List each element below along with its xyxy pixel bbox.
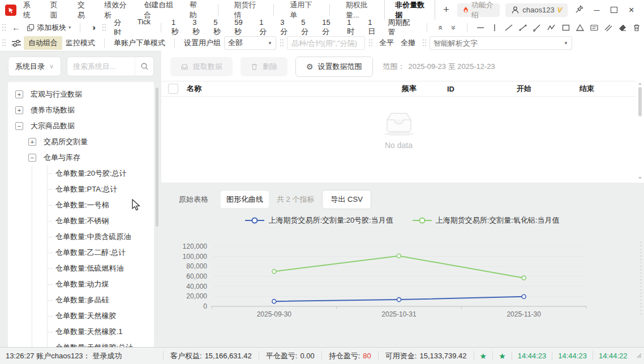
parallel-tool-icon[interactable] [602, 22, 616, 33]
extract-data-button[interactable]: 提取数据 [170, 57, 233, 76]
tree-item[interactable]: +交易所交割量 [8, 134, 154, 150]
period-button[interactable]: 59秒 [230, 18, 254, 37]
legend-label: 上海期货交易所:交割量:20号胶:当月值 [268, 215, 393, 226]
workspace-tab[interactable]: 期权批量... [336, 0, 384, 20]
drag-handle[interactable] [280, 38, 284, 47]
close-all-button[interactable]: 全平 [376, 38, 397, 48]
expand-icon[interactable]: + [28, 138, 36, 146]
tree-item[interactable]: 仓单数量:多晶硅 [8, 292, 154, 308]
tree-item[interactable]: 仓单数量:乙二醇:总计 [8, 245, 154, 261]
tree-item[interactable]: −大宗商品数据 [8, 118, 154, 134]
search-input[interactable] [67, 62, 135, 71]
collapse-icon[interactable]: − [28, 154, 36, 162]
menu-item[interactable]: 交易 [78, 0, 90, 20]
period-button[interactable]: 1日 [363, 18, 383, 37]
sliders-icon[interactable] [9, 37, 24, 49]
monitor-mode-button[interactable]: 监控模式 [62, 38, 98, 48]
set-data-range-button[interactable]: ⚙ 设置数据范围 [295, 57, 373, 77]
symbol-input[interactable] [287, 36, 365, 50]
period-button[interactable]: 5分 [297, 18, 316, 37]
workspace-tab[interactable]: 期货行情 [224, 0, 268, 20]
tree-item[interactable]: 仓单数量:天然橡胶 [8, 308, 154, 324]
tree-item[interactable]: 仓单数量:PTA:总计 [8, 181, 154, 197]
smart-parse-input[interactable] [433, 39, 560, 47]
export-csv-button[interactable]: 导出 CSV [322, 190, 371, 209]
drag-handle[interactable] [2, 38, 6, 47]
legend-item[interactable]: 上海期货交易所:交割量:20号胶:当月值 [245, 215, 393, 226]
period-button[interactable]: 1秒 [167, 18, 187, 37]
drag-handle[interactable] [368, 38, 372, 47]
tree-item-label: 仓单数量:天然橡胶.1 [55, 327, 122, 337]
feature-intro-button[interactable]: 功能介绍 [457, 3, 500, 17]
tab-chart-view[interactable]: 图形化曲线 [221, 191, 269, 208]
triangle-tool-icon[interactable] [573, 22, 587, 33]
expand-icon[interactable]: + [15, 90, 23, 98]
single-account-mode-button[interactable]: 单账户下单模式 [110, 38, 169, 48]
menu-item[interactable]: 页面 [50, 0, 63, 20]
chart-legend: 上海期货交易所:交割量:20号胶:当月值上海期货交易所:交割量:氧化铝:当月值 [161, 210, 644, 226]
drag-handle[interactable] [422, 38, 426, 47]
tree-item[interactable]: 仓单数量:20号胶:总计 [8, 166, 154, 181]
expand-icon[interactable]: + [15, 106, 23, 114]
period-button[interactable]: 15分 [317, 18, 341, 37]
collapse-down-icon[interactable]: » [447, 22, 461, 33]
drag-handle[interactable] [2, 23, 6, 32]
tree-item[interactable]: 仓单数量:低硫燃料油 [8, 261, 154, 276]
period-button[interactable]: 3分 [276, 18, 295, 37]
catalog-dropdown[interactable]: 系统目录 ∨ [8, 57, 61, 76]
account-button[interactable]: chaos123 V [505, 3, 568, 17]
period-button[interactable]: 3秒 [188, 18, 208, 37]
drag-handle[interactable] [102, 23, 106, 32]
tree-item[interactable]: −仓单与库存 [8, 150, 154, 166]
textbox-tool-icon[interactable] [587, 22, 601, 33]
tree-item[interactable]: 仓单数量:天然橡胶.1 [8, 324, 154, 340]
segment-tool-icon[interactable] [516, 22, 530, 33]
delete-button[interactable]: 删除 [241, 57, 287, 76]
tree-item[interactable]: 仓单数量:天然橡胶:总计 [8, 340, 154, 348]
resize-grip[interactable] [636, 352, 642, 360]
sidebar-scrollbar[interactable] [156, 88, 158, 341]
maximize-button[interactable] [608, 6, 620, 15]
period-button[interactable]: 5秒 [209, 18, 229, 37]
hline-tool-icon[interactable] [473, 22, 487, 33]
polyline-tool-icon[interactable] [544, 22, 559, 33]
contrast-icon[interactable]: ◑ [86, 22, 100, 33]
minimize-button[interactable]: ─ [591, 6, 603, 15]
period-button[interactable]: 1分 [255, 18, 274, 37]
back-icon[interactable]: ← [9, 22, 23, 33]
collapse-icon[interactable]: − [15, 122, 23, 130]
period-button[interactable]: 1时 [342, 18, 362, 37]
ray-tool-icon[interactable] [530, 22, 544, 33]
tree-item[interactable]: 仓单数量:中质含硫原油 [8, 229, 154, 245]
tree-item[interactable]: 仓单数量:不锈钢 [8, 213, 154, 229]
tree-item[interactable]: +宏观与行业数据 [8, 86, 154, 102]
vline-tool-icon[interactable] [487, 22, 501, 33]
chart-scrollbar[interactable] [639, 241, 642, 314]
cancel-all-button[interactable]: 全撤 [397, 38, 419, 48]
tab-raw-table[interactable]: 原始表格 [173, 194, 214, 205]
close-button[interactable]: × [625, 5, 637, 16]
legend-item[interactable]: 上海期货交易所:交割量:氧化铝:当月值 [413, 215, 560, 226]
menu-item[interactable]: 系统 [23, 0, 36, 20]
auto-combo-button[interactable]: 自动组合 [24, 36, 62, 50]
tree-item[interactable]: 仓单数量:一号棉 [8, 197, 154, 213]
select-all-checkbox[interactable] [168, 84, 178, 94]
collapse-up-icon[interactable]: » [433, 22, 447, 33]
tree-item[interactable]: 仓单数量:动力煤 [8, 276, 154, 292]
workspace-tab[interactable]: 通用下单 [280, 0, 324, 20]
user-group-select[interactable]: 全部 ▼ [224, 36, 276, 50]
smart-parse-select[interactable]: ▼ [430, 36, 572, 50]
trendline-tool-icon[interactable] [501, 22, 516, 33]
dropdown-caret-icon: ▾ [68, 25, 71, 30]
pin-icon[interactable] [573, 5, 585, 15]
rect-tool-icon[interactable] [559, 22, 573, 33]
search-icon[interactable] [135, 57, 153, 76]
table-scrollbar[interactable] [638, 83, 642, 179]
trash-tool-icon[interactable] [630, 22, 644, 33]
server-times: 14:44:2314:44:2314:44:22 [512, 348, 633, 364]
menu-item[interactable]: 帮助 [190, 0, 202, 20]
eraser-tool-icon[interactable] [616, 22, 630, 33]
add-tab-button[interactable]: + [435, 4, 457, 16]
tree-item[interactable]: +债券市场数据 [8, 102, 154, 118]
add-board-button[interactable]: 添加板块 ▾ [23, 23, 74, 33]
